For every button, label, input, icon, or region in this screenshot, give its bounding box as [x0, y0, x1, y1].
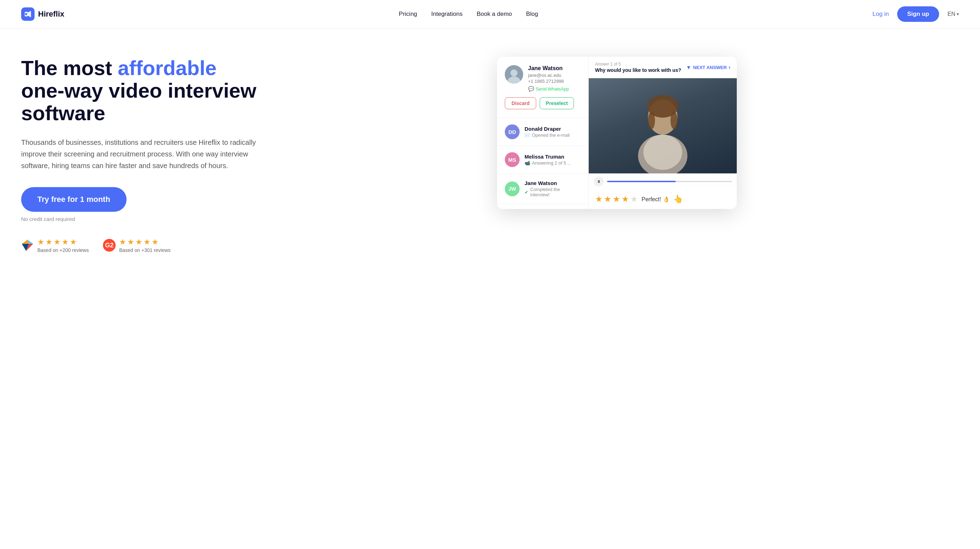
check-icon: ✔	[525, 190, 528, 195]
nav-links: Pricing Integrations Book a demo Blog	[399, 11, 538, 17]
svg-point-1	[25, 13, 27, 15]
signup-button[interactable]: Sign up	[897, 6, 939, 22]
logo[interactable]: Hireflix	[21, 7, 65, 21]
progress-bar-fill	[607, 181, 676, 182]
whatsapp-icon: 💬	[528, 86, 534, 92]
jane-info: Jane Watson ✔ Completed the interview!	[525, 180, 581, 197]
svg-point-14	[648, 112, 655, 129]
next-arrow-icon: ›	[729, 64, 730, 70]
star-1[interactable]: ★	[595, 194, 603, 204]
featured-candidate-phone: +1 1865 2712998	[528, 79, 581, 84]
g2-info: ★ ★ ★ ★ ★ Based on +301 reviews	[119, 238, 170, 253]
g2-logo: G2	[103, 239, 116, 252]
featured-candidate-name: Jane Watson	[528, 65, 581, 71]
g2-review-text: Based on +301 reviews	[119, 248, 170, 253]
hero-description: Thousands of businesses, institutions an…	[21, 137, 261, 171]
rating-label: Perfect! 👌	[641, 196, 670, 203]
featured-candidate-email: jane@ox.ac.edu	[528, 73, 581, 78]
navbar: Hireflix Pricing Integrations Book a dem…	[0, 0, 980, 29]
cursor-icon: 👆	[673, 195, 683, 204]
discard-button[interactable]: Discard	[505, 97, 536, 109]
star-2[interactable]: ★	[604, 194, 612, 204]
answer-info: Answer 1 of 5 Why would you like to work…	[595, 62, 681, 73]
donald-info: Donald Draper ✉️ Opened the e-mail	[525, 126, 581, 138]
person-silhouette	[627, 78, 698, 173]
star-5[interactable]: ★	[630, 194, 638, 204]
melissa-avatar: MS	[505, 152, 520, 167]
hero-title: The most affordableone-way video intervi…	[21, 57, 261, 124]
svg-point-15	[670, 112, 678, 129]
video-header: Answer 1 of 5 Why would you like to work…	[589, 57, 737, 78]
envelope-icon: ✉️	[525, 132, 530, 138]
chevron-down-icon: ▾	[957, 12, 959, 17]
svg-point-9	[511, 70, 517, 76]
donald-avatar: DD	[505, 124, 520, 139]
nav-book-demo[interactable]: Book a demo	[477, 11, 512, 17]
hero-section: The most affordableone-way video intervi…	[0, 29, 980, 274]
capterra-logo	[21, 239, 34, 252]
melissa-name: Melissa Truman	[525, 154, 581, 160]
video-area: ⏸	[589, 78, 737, 189]
featured-candidate-info: Jane Watson jane@ox.ac.edu +1 1865 27129…	[528, 65, 581, 92]
candidate-row-donald[interactable]: DD Donald Draper ✉️ Opened the e-mail	[497, 118, 589, 146]
capterra-stars: ★ ★ ★ ★ ★	[37, 238, 89, 247]
star-4[interactable]: ★	[622, 194, 629, 204]
donald-status: ✉️ Opened the e-mail	[525, 132, 581, 138]
nav-integrations[interactable]: Integrations	[431, 11, 463, 17]
hero-right: Jane Watson jane@ox.ac.edu +1 1865 27129…	[275, 57, 959, 209]
video-frame	[589, 78, 737, 173]
login-link[interactable]: Log in	[872, 11, 889, 17]
next-answer-label: NEXT ANSWER	[693, 65, 727, 70]
capterra-review: ★ ★ ★ ★ ★ Based on +200 reviews	[21, 238, 89, 253]
svg-text:G2: G2	[105, 242, 113, 249]
jane-status-text: Completed the interview!	[530, 187, 581, 197]
video-icon: 📹	[525, 160, 530, 166]
candidate-panel: Jane Watson jane@ox.ac.edu +1 1865 27129…	[497, 57, 589, 209]
try-free-button[interactable]: Try free for 1 month	[21, 187, 127, 212]
video-controls: ⏸	[589, 173, 737, 189]
next-answer-button[interactable]: NEXT ANSWER ›	[693, 64, 730, 70]
whatsapp-link[interactable]: 💬 Send WhatsApp	[528, 86, 581, 92]
nav-pricing[interactable]: Pricing	[399, 11, 417, 17]
video-panel: Answer 1 of 5 Why would you like to work…	[589, 57, 737, 209]
no-credit-text: No credit card required	[21, 216, 261, 222]
mockup-container: Jane Watson jane@ox.ac.edu +1 1865 27129…	[497, 57, 737, 209]
melissa-status: 📹 Answering 2 of 5 ...	[525, 160, 581, 166]
hero-title-prefix: The most	[21, 56, 118, 79]
cta-container: Try free for 1 month No credit card requ…	[21, 187, 261, 222]
donald-name: Donald Draper	[525, 126, 581, 132]
pause-button[interactable]: ⏸	[593, 176, 603, 186]
nav-blog[interactable]: Blog	[526, 11, 538, 17]
melissa-status-text: Answering 2 of 5 ...	[532, 160, 571, 166]
progress-bar-container	[607, 181, 732, 182]
logo-text: Hireflix	[38, 10, 65, 19]
capterra-review-text: Based on +200 reviews	[37, 248, 89, 253]
lang-label: EN	[948, 11, 955, 17]
preselect-button[interactable]: Preselect	[540, 97, 574, 109]
logo-icon	[21, 7, 35, 21]
featured-candidate-avatar	[505, 65, 523, 84]
whatsapp-label: Send WhatsApp	[536, 86, 569, 92]
jane-status: ✔ Completed the interview!	[525, 187, 581, 197]
star-3[interactable]: ★	[612, 194, 620, 204]
hero-title-accent: affordable	[118, 56, 216, 79]
hero-left: The most affordableone-way video intervi…	[21, 57, 261, 253]
candidate-actions: Discard Preselect	[505, 97, 581, 109]
chevron-down-button[interactable]: ▾	[687, 63, 690, 71]
jane-name: Jane Watson	[525, 180, 581, 186]
donald-status-text: Opened the e-mail	[532, 132, 570, 138]
candidate-row-jane[interactable]: JW Jane Watson ✔ Completed the interview…	[497, 174, 589, 204]
language-selector[interactable]: EN ▾	[948, 11, 959, 17]
jane-avatar: JW	[505, 181, 520, 196]
featured-candidate-card: Jane Watson jane@ox.ac.edu +1 1865 27129…	[497, 57, 589, 118]
melissa-info: Melissa Truman 📹 Answering 2 of 5 ...	[525, 154, 581, 166]
answer-question: Why would you like to work with us?	[595, 67, 681, 73]
g2-stars: ★ ★ ★ ★ ★	[119, 238, 170, 247]
answer-nav: ▾ NEXT ANSWER ›	[687, 63, 730, 71]
candidate-row-melissa[interactable]: MS Melissa Truman 📹 Answering 2 of 5 ...	[497, 146, 589, 174]
featured-candidate-top: Jane Watson jane@ox.ac.edu +1 1865 27129…	[505, 65, 581, 92]
svg-point-16	[643, 135, 682, 170]
hero-title-suffix: one-way video interviewsoftware	[21, 79, 256, 124]
nav-actions: Log in Sign up EN ▾	[872, 6, 959, 22]
capterra-info: ★ ★ ★ ★ ★ Based on +200 reviews	[37, 238, 89, 253]
